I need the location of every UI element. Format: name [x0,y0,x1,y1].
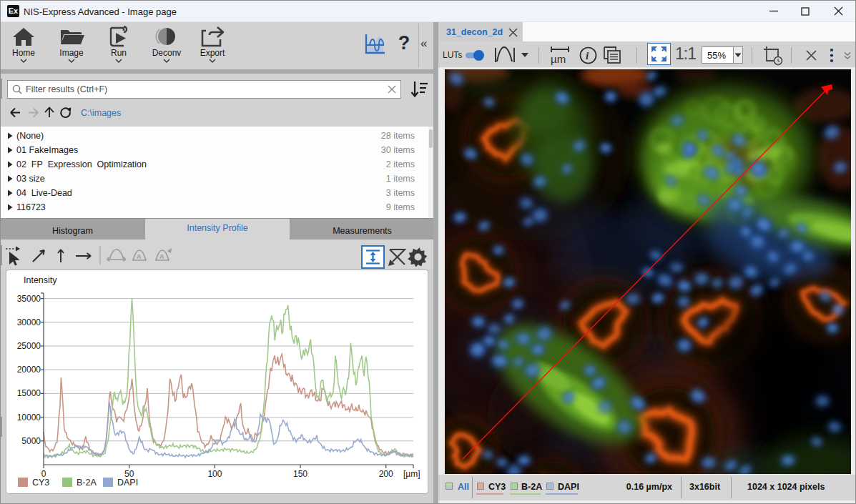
svg-text:B-2A: B-2A [77,478,97,488]
svg-text:30000: 30000 [17,317,41,327]
svg-text:5000: 5000 [21,436,41,446]
svg-text:DAPI: DAPI [117,478,138,488]
svg-text:[µm]: [µm] [403,469,420,479]
svg-text:Intensity: Intensity [24,275,57,285]
svg-text:100: 100 [207,469,222,479]
svg-text:A: A [159,253,164,260]
svg-text:25000: 25000 [17,341,41,351]
svg-text:10000: 10000 [17,412,41,423]
svg-text:200: 200 [379,469,393,479]
svg-text:A: A [137,253,142,260]
svg-text:µm: µm [551,53,566,65]
svg-text:15000: 15000 [17,388,41,398]
svg-text:i: i [586,50,589,61]
svg-text:20000: 20000 [17,365,41,375]
svg-text:35000: 35000 [17,294,41,304]
svg-text:CY3: CY3 [32,478,49,488]
svg-text:150: 150 [293,469,308,479]
